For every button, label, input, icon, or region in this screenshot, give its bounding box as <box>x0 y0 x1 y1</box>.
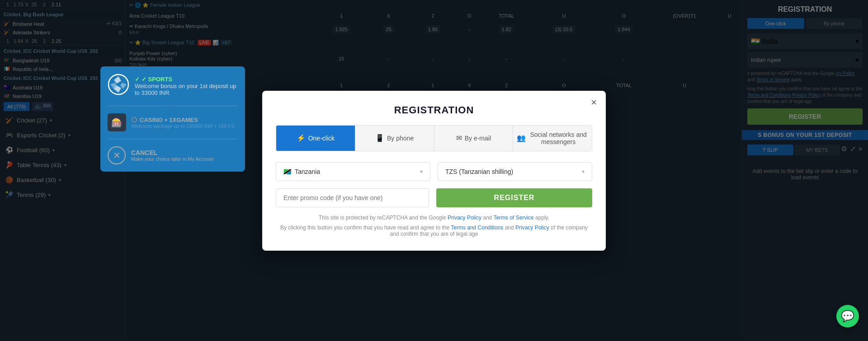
country-select-box[interactable]: 🇹🇿 Tanzania ▾ <box>276 162 430 181</box>
cancel-title: CANCEL <box>131 149 213 156</box>
currency-arrow-icon: ▾ <box>582 168 585 175</box>
country-selector[interactable]: 🇹🇿 Tanzania ▾ <box>276 162 430 181</box>
social-icon: 👥 <box>517 134 526 142</box>
privacy-policy-link[interactable]: Privacy Policy <box>448 215 481 221</box>
country-name: Tanzania <box>295 168 320 175</box>
tab-byemail-label: By e-mail <box>465 135 491 142</box>
promo-divider <box>108 106 238 106</box>
promo-divider-2 <box>108 139 238 139</box>
privacy-policy-link-2[interactable]: Privacy Policy <box>515 224 549 231</box>
promo-cancel-text: CANCEL Make your choice later in My Acco… <box>131 149 213 162</box>
chat-bubble[interactable]: 💬 <box>836 305 859 327</box>
sports-badge: ✓ ✓ SPORTS <box>135 76 238 83</box>
promo-casino-text: CASINO + 1XGAMES Welcome package up to 1… <box>132 117 235 129</box>
modal-close-btn[interactable]: × <box>591 98 597 107</box>
casino-icon: 🎰 <box>108 113 126 131</box>
modal-promo-register-row: REGISTER <box>276 188 592 207</box>
register-btn-modal[interactable]: REGISTER <box>436 188 592 207</box>
lightning-icon: ⚡ <box>297 134 306 142</box>
promo-banner: ✓ ✓ SPORTS Welcome bonus on your 1st dep… <box>100 66 245 172</box>
promo-code-input[interactable] <box>276 188 429 207</box>
terms-text: By clicking this button you confirm that… <box>276 224 592 237</box>
sports-description: Welcome bonus on your 1st deposit up to … <box>135 83 238 96</box>
modal-country-currency-row: 🇹🇿 Tanzania ▾ TZS (Tanzanian shilling) ▾ <box>276 162 592 181</box>
currency-select-box[interactable]: TZS (Tanzanian shilling) ▾ <box>438 162 592 181</box>
tab-oneclick[interactable]: ⚡ One-click <box>276 126 355 151</box>
modal-title: REGISTRATION <box>276 104 592 116</box>
currency-selector[interactable]: TZS (Tanzanian shilling) ▾ <box>438 162 592 181</box>
sports-ball-icon <box>108 74 129 98</box>
tab-byphone[interactable]: 📱 By phone <box>355 126 434 151</box>
modal-overlay: ✓ ✓ SPORTS Welcome bonus on your 1st dep… <box>0 0 868 341</box>
terms-of-service-link[interactable]: Terms of Service <box>493 215 533 221</box>
casino-description: Welcome package up to 130000 INR + 150 F… <box>132 123 235 129</box>
cancel-circle-icon[interactable]: ✕ <box>108 146 126 164</box>
promo-sports: ✓ ✓ SPORTS Welcome bonus on your 1st dep… <box>108 74 238 98</box>
country-flag: 🇹🇿 <box>283 168 291 175</box>
tab-social[interactable]: 👥 Social networks and messengers <box>513 126 592 151</box>
currency-name: TZS (Tanzanian shilling) <box>445 168 513 175</box>
tab-oneclick-label: One-click <box>308 135 335 142</box>
tab-byphone-label: By phone <box>387 135 414 142</box>
promo-sports-text: ✓ ✓ SPORTS Welcome bonus on your 1st dep… <box>135 76 238 96</box>
captcha-text: This site is protected by reCAPTCHA and … <box>276 215 592 221</box>
tab-byemail[interactable]: ✉ By e-mail <box>434 126 514 151</box>
chat-icon: 💬 <box>841 310 854 322</box>
promo-casino: 🎰 CASINO + 1XGAMES Welcome package up to… <box>108 113 238 131</box>
country-arrow-icon: ▾ <box>420 168 423 175</box>
promo-cancel: ✕ CANCEL Make your choice later in My Ac… <box>108 146 238 164</box>
tab-social-label: Social networks and messengers <box>528 131 588 145</box>
registration-modal: × REGISTRATION ⚡ One-click 📱 By phone ✉ … <box>262 91 606 251</box>
radio-icon <box>132 117 137 122</box>
phone-icon: 📱 <box>375 134 384 142</box>
terms-conditions-link[interactable]: Terms and Conditions <box>451 224 503 231</box>
check-icon: ✓ <box>135 76 140 83</box>
cancel-description: Make your choice later in My Account <box>131 156 213 162</box>
email-icon: ✉ <box>456 134 462 142</box>
modal-tabs: ⚡ One-click 📱 By phone ✉ By e-mail 👥 Soc… <box>276 125 592 151</box>
casino-title: CASINO + 1XGAMES <box>132 117 235 123</box>
